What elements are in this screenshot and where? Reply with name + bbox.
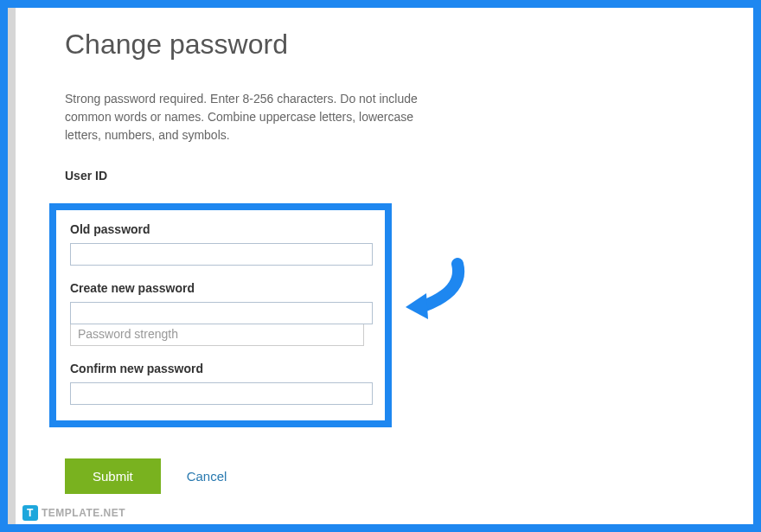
highlighted-form-box: Old password Create new password Passwor… bbox=[49, 203, 392, 427]
page-title: Change password bbox=[65, 29, 753, 61]
old-password-input[interactable] bbox=[70, 243, 373, 266]
cancel-link[interactable]: Cancel bbox=[187, 469, 227, 484]
confirm-password-input[interactable] bbox=[70, 382, 373, 405]
password-requirements-text: Strong password required. Enter 8-256 ch… bbox=[65, 90, 445, 144]
confirm-password-group: Confirm new password bbox=[70, 362, 371, 405]
outer-frame: Change password Strong password required… bbox=[0, 0, 761, 532]
watermark-text: TEMPLATE.NET bbox=[42, 507, 125, 519]
watermark-icon: T bbox=[22, 505, 38, 521]
content-area: Change password Strong password required… bbox=[8, 8, 753, 524]
new-password-label: Create new password bbox=[70, 281, 371, 295]
old-password-label: Old password bbox=[70, 222, 371, 236]
old-password-group: Old password bbox=[70, 222, 371, 266]
annotation-arrow-icon bbox=[397, 257, 475, 326]
watermark: T TEMPLATE.NET bbox=[22, 505, 125, 521]
action-row: Submit Cancel bbox=[65, 458, 753, 494]
new-password-group: Create new password Password strength bbox=[70, 281, 371, 346]
password-strength-indicator: Password strength bbox=[70, 324, 364, 346]
submit-button[interactable]: Submit bbox=[65, 458, 161, 494]
user-id-label: User ID bbox=[65, 169, 753, 183]
confirm-password-label: Confirm new password bbox=[70, 362, 371, 375]
new-password-input[interactable] bbox=[70, 302, 373, 324]
